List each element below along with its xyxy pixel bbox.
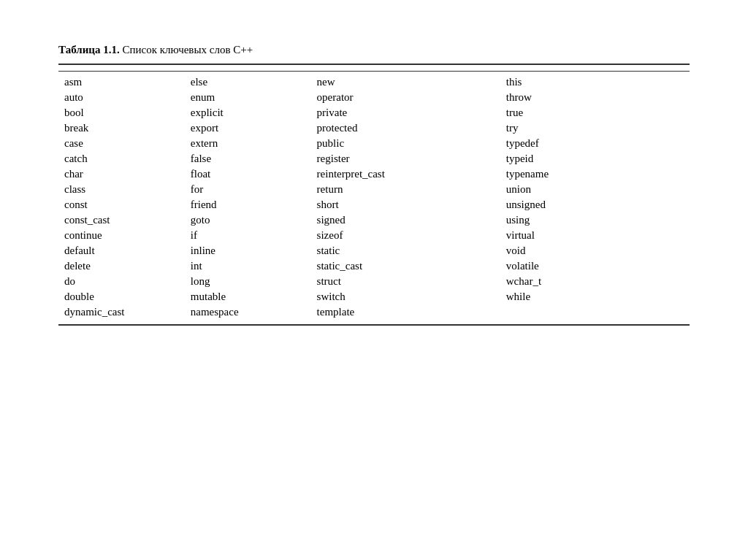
cell-r12-c3: volatile bbox=[500, 258, 690, 274]
table-row: classforreturnunion bbox=[58, 182, 690, 197]
cell-r15-c1: namespace bbox=[185, 304, 311, 325]
cell-r4-c2: public bbox=[311, 136, 500, 151]
cell-r9-c3: using bbox=[500, 212, 690, 228]
cell-r2-c2: private bbox=[311, 105, 500, 120]
cell-r8-c0: const bbox=[58, 197, 185, 212]
cell-r2-c3: true bbox=[500, 105, 690, 120]
cell-r3-c2: protected bbox=[311, 120, 500, 136]
table-row: catchfalseregistertypeid bbox=[58, 151, 690, 166]
table-row: const_castgotosignedusing bbox=[58, 212, 690, 228]
table-row: boolexplicitprivatetrue bbox=[58, 105, 690, 120]
cell-r8-c3: unsigned bbox=[500, 197, 690, 212]
table-container: Таблица 1.1. Список ключевых слов С++ as… bbox=[58, 44, 690, 326]
cell-r0-c1: else bbox=[185, 72, 311, 91]
cell-r11-c1: inline bbox=[185, 243, 311, 258]
cell-r10-c2: sizeof bbox=[311, 228, 500, 243]
table-row: dynamic_castnamespacetemplate bbox=[58, 304, 690, 325]
cell-r5-c0: catch bbox=[58, 151, 185, 166]
table-row: breakexportprotectedtry bbox=[58, 120, 690, 136]
cell-r7-c0: class bbox=[58, 182, 185, 197]
table-row: caseexternpublictypedef bbox=[58, 136, 690, 151]
cell-r6-c1: float bbox=[185, 166, 311, 182]
cell-r0-c0: asm bbox=[58, 72, 185, 91]
cell-r12-c2: static_cast bbox=[311, 258, 500, 274]
cell-r9-c0: const_cast bbox=[58, 212, 185, 228]
table-row: continueifsizeofvirtual bbox=[58, 228, 690, 243]
table-row: deleteintstatic_castvolatile bbox=[58, 258, 690, 274]
table-row: constfriendshortunsigned bbox=[58, 197, 690, 212]
cell-r14-c2: switch bbox=[311, 289, 500, 304]
col1-header bbox=[58, 64, 185, 72]
cell-r7-c3: union bbox=[500, 182, 690, 197]
cell-r12-c1: int bbox=[185, 258, 311, 274]
cell-r14-c3: while bbox=[500, 289, 690, 304]
cell-r4-c0: case bbox=[58, 136, 185, 151]
cell-r15-c0: dynamic_cast bbox=[58, 304, 185, 325]
cell-r6-c3: typename bbox=[500, 166, 690, 182]
cell-r2-c1: explicit bbox=[185, 105, 311, 120]
page: Таблица 1.1. Список ключевых слов С++ as… bbox=[0, 0, 748, 560]
cell-r0-c3: this bbox=[500, 72, 690, 91]
cell-r14-c1: mutable bbox=[185, 289, 311, 304]
cell-r5-c2: register bbox=[311, 151, 500, 166]
cell-r1-c1: enum bbox=[185, 90, 311, 105]
table-row: defaultinlinestaticvoid bbox=[58, 243, 690, 258]
table-caption: Таблица 1.1. Список ключевых слов С++ bbox=[58, 44, 690, 56]
cell-r11-c0: default bbox=[58, 243, 185, 258]
cell-r7-c2: return bbox=[311, 182, 500, 197]
cell-r10-c3: virtual bbox=[500, 228, 690, 243]
table-body: asmelsenewthisautoenumoperatorthrowboole… bbox=[58, 72, 690, 326]
cell-r15-c3 bbox=[500, 304, 690, 325]
table-row: dolongstructwchar_t bbox=[58, 274, 690, 289]
table-header-row bbox=[58, 64, 690, 72]
cell-r1-c2: operator bbox=[311, 90, 500, 105]
cell-r1-c3: throw bbox=[500, 90, 690, 105]
cell-r9-c1: goto bbox=[185, 212, 311, 228]
cell-r3-c1: export bbox=[185, 120, 311, 136]
cell-r6-c0: char bbox=[58, 166, 185, 182]
caption-normal: Список ключевых слов С++ bbox=[120, 44, 253, 55]
cell-r8-c2: short bbox=[311, 197, 500, 212]
cell-r14-c0: double bbox=[58, 289, 185, 304]
cell-r13-c0: do bbox=[58, 274, 185, 289]
table-row: doublemutableswitchwhile bbox=[58, 289, 690, 304]
cell-r4-c3: typedef bbox=[500, 136, 690, 151]
cell-r3-c0: break bbox=[58, 120, 185, 136]
cell-r5-c1: false bbox=[185, 151, 311, 166]
cell-r9-c2: signed bbox=[311, 212, 500, 228]
table-row: charfloatreinterpret_casttypename bbox=[58, 166, 690, 182]
cell-r13-c1: long bbox=[185, 274, 311, 289]
cell-r10-c0: continue bbox=[58, 228, 185, 243]
cell-r1-c0: auto bbox=[58, 90, 185, 105]
cell-r7-c1: for bbox=[185, 182, 311, 197]
cell-r5-c3: typeid bbox=[500, 151, 690, 166]
cell-r13-c2: struct bbox=[311, 274, 500, 289]
cell-r11-c3: void bbox=[500, 243, 690, 258]
cell-r6-c2: reinterpret_cast bbox=[311, 166, 500, 182]
keyword-table: asmelsenewthisautoenumoperatorthrowboole… bbox=[58, 64, 690, 326]
cell-r3-c3: try bbox=[500, 120, 690, 136]
cell-r12-c0: delete bbox=[58, 258, 185, 274]
cell-r15-c2: template bbox=[311, 304, 500, 325]
table-row: asmelsenewthis bbox=[58, 72, 690, 91]
cell-r4-c1: extern bbox=[185, 136, 311, 151]
table-row: autoenumoperatorthrow bbox=[58, 90, 690, 105]
col3-header bbox=[311, 64, 500, 72]
cell-r2-c0: bool bbox=[58, 105, 185, 120]
col4-header bbox=[500, 64, 690, 72]
cell-r13-c3: wchar_t bbox=[500, 274, 690, 289]
cell-r8-c1: friend bbox=[185, 197, 311, 212]
cell-r0-c2: new bbox=[311, 72, 500, 91]
col2-header bbox=[185, 64, 311, 72]
caption-bold: Таблица 1.1. bbox=[58, 44, 120, 55]
cell-r10-c1: if bbox=[185, 228, 311, 243]
cell-r11-c2: static bbox=[311, 243, 500, 258]
